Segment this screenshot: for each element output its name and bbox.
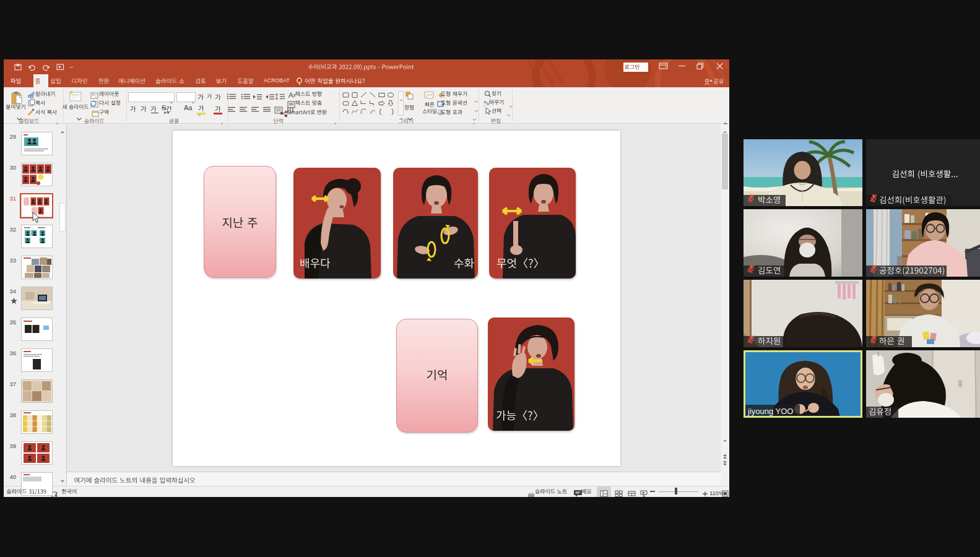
svg-text:b: b (487, 101, 490, 106)
